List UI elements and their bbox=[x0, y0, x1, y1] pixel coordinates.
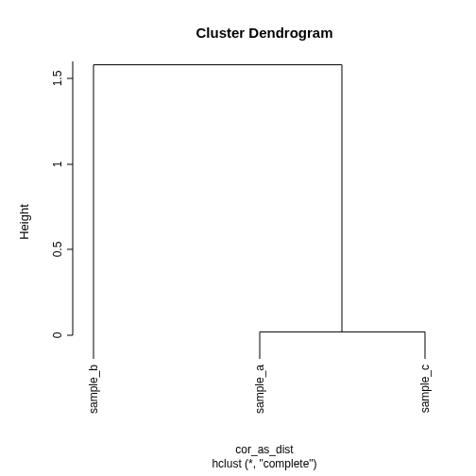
dendrogram-svg: Cluster Dendrogram Height 0 0.5 1 1.5 bbox=[0, 0, 476, 476]
y-tick-3: 1.5 bbox=[51, 70, 73, 86]
y-tick-label-0: 0 bbox=[51, 332, 64, 338]
leaf-label-sample-c: sample_c bbox=[418, 365, 432, 413]
x-axis-label: cor_as_dist bbox=[235, 443, 294, 456]
y-tick-label-1: 0.5 bbox=[51, 241, 64, 257]
y-axis-title: Height bbox=[17, 204, 31, 240]
leaf-label-sample-a: sample_a bbox=[253, 365, 266, 414]
hclust-sublabel: hclust (*, "complete") bbox=[212, 457, 316, 470]
y-tick-2: 1 bbox=[51, 161, 73, 167]
y-tick-label-3: 1.5 bbox=[51, 70, 64, 86]
leaf-label-sample-b: sample_b bbox=[87, 365, 100, 414]
y-tick-0: 0 bbox=[51, 332, 73, 338]
y-tick-label-2: 1 bbox=[51, 161, 64, 167]
chart-title: Cluster Dendrogram bbox=[196, 25, 332, 41]
y-tick-1: 0.5 bbox=[51, 241, 73, 257]
dendrogram-chart: Cluster Dendrogram Height 0 0.5 1 1.5 bbox=[0, 0, 476, 476]
